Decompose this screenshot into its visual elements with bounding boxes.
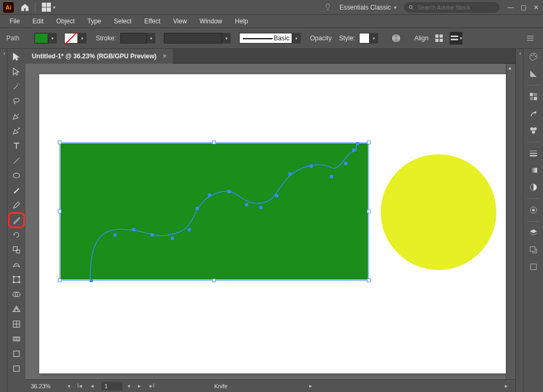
- stock-search-input[interactable]: [417, 4, 495, 11]
- direct-selection-tool[interactable]: [9, 65, 24, 79]
- align-button-b[interactable]: ▾: [450, 32, 462, 45]
- arrange-documents-button[interactable]: ▾: [40, 2, 58, 13]
- recolor-artwork-button[interactable]: [390, 32, 402, 45]
- fill-swatch[interactable]: [34, 33, 48, 43]
- rotate-tool[interactable]: [9, 228, 24, 242]
- variable-width-control[interactable]: ▾: [164, 33, 231, 43]
- path-anchor[interactable]: [288, 172, 292, 176]
- artboard-number[interactable]: 1: [101, 382, 122, 390]
- path-anchor[interactable]: [352, 149, 355, 152]
- opacity-label[interactable]: Opacity: [310, 34, 332, 42]
- stroke-swatch[interactable]: [64, 33, 78, 43]
- width-tool[interactable]: [9, 258, 24, 272]
- path-anchor[interactable]: [259, 206, 262, 209]
- close-button[interactable]: ✕: [532, 4, 540, 11]
- menu-effect[interactable]: Effect: [139, 16, 165, 27]
- status-menu-icon[interactable]: ▸: [307, 382, 314, 389]
- menu-view[interactable]: View: [168, 16, 192, 27]
- stroke-weight-control[interactable]: ▾: [120, 33, 155, 43]
- shape-builder-tool[interactable]: [9, 288, 24, 301]
- menu-object[interactable]: Object: [51, 16, 80, 27]
- zoom-level[interactable]: 36.23%: [31, 383, 63, 389]
- stroke-panel[interactable]: [526, 146, 541, 160]
- chevron-down-icon[interactable]: ▾: [147, 33, 155, 43]
- scroll-up-icon[interactable]: ▴: [509, 65, 511, 71]
- align-button-a[interactable]: [433, 32, 445, 45]
- path-anchor[interactable]: [208, 194, 211, 197]
- menu-type[interactable]: Type: [82, 16, 107, 27]
- path-anchor[interactable]: [356, 142, 359, 145]
- next-artboard-button[interactable]: ▸: [136, 382, 143, 389]
- chevron-down-icon[interactable]: ▾: [370, 33, 378, 43]
- path-anchor[interactable]: [188, 228, 191, 231]
- color-panel[interactable]: [526, 50, 541, 64]
- chevron-down-icon[interactable]: ▾: [128, 384, 130, 389]
- path-anchor[interactable]: [113, 233, 117, 237]
- menu-edit[interactable]: Edit: [27, 16, 49, 27]
- path-anchor[interactable]: [90, 279, 93, 282]
- path-anchor[interactable]: [227, 190, 231, 193]
- free-transform-tool[interactable]: [9, 273, 24, 286]
- more-tool-a[interactable]: [9, 347, 24, 361]
- yellow-circle-shape[interactable]: [381, 154, 496, 270]
- home-button[interactable]: [19, 2, 31, 13]
- transparency-panel[interactable]: [526, 180, 541, 194]
- layers-panel[interactable]: [526, 226, 541, 240]
- stock-search[interactable]: [404, 2, 500, 13]
- menu-window[interactable]: Window: [194, 16, 227, 27]
- minimize-button[interactable]: —: [507, 4, 514, 11]
- ellipse-tool[interactable]: [9, 169, 24, 182]
- path-anchor[interactable]: [310, 164, 313, 168]
- path-anchor[interactable]: [132, 228, 135, 231]
- vertical-scrollbar[interactable]: ▴: [506, 64, 515, 379]
- pen-tool[interactable]: [9, 109, 24, 123]
- asset-export-panel[interactable]: [526, 243, 541, 257]
- chevron-down-icon[interactable]: ▾: [292, 33, 301, 43]
- chevron-down-icon[interactable]: ▾: [68, 384, 71, 389]
- collapse-left-tab[interactable]: ››: [0, 49, 7, 392]
- magic-wand-tool[interactable]: [9, 80, 24, 93]
- path-anchor[interactable]: [196, 207, 199, 210]
- menu-select[interactable]: Select: [109, 16, 137, 27]
- brush-def-control[interactable]: Basic ▾: [239, 33, 301, 43]
- chevron-down-icon[interactable]: ▾: [222, 33, 231, 43]
- canvas[interactable]: ▴: [25, 64, 515, 379]
- chevron-down-icon[interactable]: ▾: [78, 33, 86, 43]
- mesh-tool[interactable]: [9, 317, 24, 331]
- document-tab[interactable]: Untitled-1* @ 36.23% (RGB/GPU Preview) ×: [25, 49, 173, 64]
- curvature-tool[interactable]: [9, 124, 24, 138]
- menu-file[interactable]: File: [4, 16, 25, 27]
- last-artboard-button[interactable]: ▸I: [148, 382, 156, 389]
- menu-help[interactable]: Help: [230, 16, 253, 27]
- path-anchor[interactable]: [171, 237, 174, 240]
- eyedropper-tool[interactable]: [9, 213, 24, 227]
- perspective-grid-tool[interactable]: [9, 302, 24, 316]
- lasso-tool[interactable]: [9, 94, 24, 108]
- align-label[interactable]: Align: [414, 34, 428, 42]
- stroke-color-control[interactable]: ▾: [64, 33, 86, 43]
- color-guide-panel[interactable]: [526, 67, 541, 81]
- workspace-switcher[interactable]: Essentials Classic ▾: [336, 2, 400, 13]
- artboard[interactable]: [39, 74, 506, 373]
- collapse-right-tab[interactable]: ‹‹: [515, 49, 523, 392]
- tips-icon[interactable]: [323, 2, 332, 12]
- brushes-panel[interactable]: [526, 107, 541, 120]
- chevron-down-icon[interactable]: ▾: [48, 33, 57, 43]
- scroll-right-icon[interactable]: ▸: [503, 382, 510, 389]
- path-anchor[interactable]: [330, 175, 333, 178]
- first-artboard-button[interactable]: I◂: [76, 382, 83, 389]
- fill-control[interactable]: ▾: [34, 33, 57, 43]
- paintbrush-tool[interactable]: [9, 184, 24, 197]
- type-tool[interactable]: [9, 139, 24, 153]
- properties-panel[interactable]: [526, 90, 541, 103]
- selection-tool[interactable]: [9, 50, 24, 64]
- maximize-button[interactable]: ▢: [520, 4, 527, 11]
- artboards-panel[interactable]: [526, 260, 541, 274]
- line-segment-tool[interactable]: [9, 154, 24, 168]
- graphic-style-control[interactable]: ▾: [359, 33, 378, 43]
- gradient-tool[interactable]: [9, 332, 24, 346]
- close-tab-icon[interactable]: ×: [163, 53, 167, 60]
- path-anchor[interactable]: [151, 233, 154, 237]
- path-anchor[interactable]: [245, 203, 248, 206]
- path-anchor[interactable]: [275, 194, 278, 197]
